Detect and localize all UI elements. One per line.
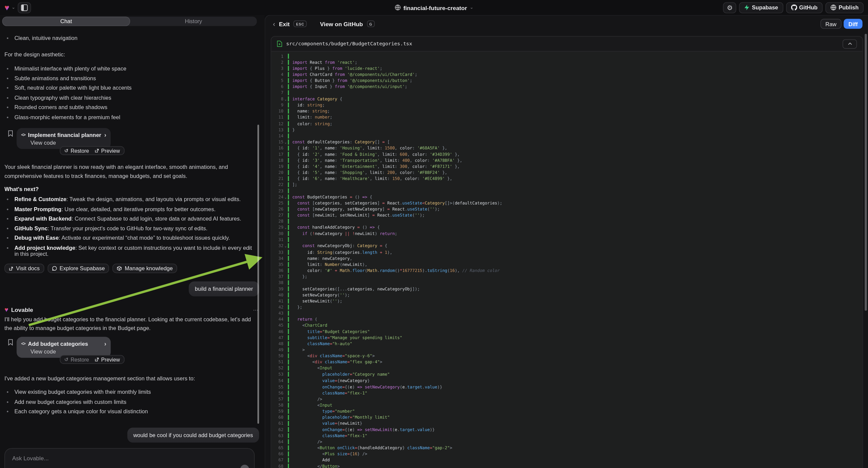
list-item: Clean, intuitive navigation xyxy=(4,35,252,41)
code-line: 63 className="flex-1" xyxy=(271,432,862,438)
code-line: 54 value={newCategory} xyxy=(271,377,862,383)
added-bullet-list: View existing budget categories with the… xyxy=(4,389,252,418)
code-line: 65 <Button onClick={handleAddCategory} c… xyxy=(271,445,862,451)
code-scrollbar[interactable] xyxy=(865,34,867,311)
code-line: 30 if (!newCategory || !newLimit) return… xyxy=(271,231,862,237)
code-editor[interactable]: 1 2import React from 'react';3import { P… xyxy=(271,51,862,468)
code-line: 42 }; xyxy=(271,304,862,310)
code-line: 56 className="flex-1" xyxy=(271,390,862,396)
code-line: 8⌄interface Category { xyxy=(271,96,862,102)
restore-preview-pill: ↺Restore Preview xyxy=(60,146,124,155)
preview-button[interactable]: Preview xyxy=(95,356,120,362)
view-code-link[interactable]: View code xyxy=(31,349,106,354)
explore-supabase-button[interactable]: Explore Supabase xyxy=(47,264,109,273)
file-header[interactable]: src/components/budget/BudgetCategories.t… xyxy=(271,37,862,51)
whats-next-heading: What's next? xyxy=(4,185,252,194)
chat-history-tabs: Chat History xyxy=(2,17,257,26)
prompt-composer[interactable]: Ask Lovable... Attach xyxy=(4,448,255,468)
list-item: Soft, neutral color palette with light b… xyxy=(4,85,252,91)
list-item: Subtle animations and transitions xyxy=(4,75,252,81)
supabase-button[interactable]: Supabase xyxy=(739,2,783,13)
code-line: 34 name: newCategory, xyxy=(271,255,862,261)
code-line: 19 { id: '4', name: 'Entertainment', lim… xyxy=(271,163,862,169)
prompt-input[interactable]: Ask Lovable... xyxy=(12,455,49,462)
code-line: 48 className="h-auto" xyxy=(271,341,862,347)
bookmark-icon[interactable] xyxy=(8,339,13,346)
list-item: Glass-morphic elements for a premium fee… xyxy=(4,114,252,120)
package-icon xyxy=(117,266,122,271)
chevron-down-icon: ⌄ xyxy=(470,5,473,10)
code-line: 59 type="number" xyxy=(271,408,862,414)
manage-knowledge-button[interactable]: Manage knowledge xyxy=(113,264,178,273)
code-line: 49 > xyxy=(271,347,862,353)
list-item: Rounded corners and subtle shadows xyxy=(4,104,252,110)
next-step-item: Refine & Customize: Tweak the design, an… xyxy=(4,196,252,202)
code-line: 6import { Input } from '@/components/ui/… xyxy=(271,84,862,90)
chat-scrollbar[interactable] xyxy=(257,124,259,424)
file-added-icon xyxy=(277,40,282,47)
code-line: 38 xyxy=(271,280,862,286)
code-line: 12 color: string; xyxy=(271,120,862,126)
code-line: 44 return ( xyxy=(271,316,862,322)
code-line: 25 const [categories, setCategories] = R… xyxy=(271,200,862,206)
send-button[interactable]: ↑ xyxy=(240,465,249,468)
restore-preview-pill: ↺Restore Preview xyxy=(60,355,124,364)
raw-toggle-button[interactable]: Raw xyxy=(820,19,841,29)
visit-docs-button[interactable]: Visit docs xyxy=(4,264,44,273)
code-line: 28 xyxy=(271,218,862,224)
code-line: 53 placeholder="Category name" xyxy=(271,371,862,377)
restore-icon: ↺ xyxy=(64,148,68,153)
code-line: 41 setNewLimit(''); xyxy=(271,298,862,304)
next-steps-list: Refine & Customize: Tweak the design, an… xyxy=(4,196,252,260)
chevron-right-icon: › xyxy=(104,131,106,138)
code-line: 40 setNewCategory(''); xyxy=(271,292,862,298)
publish-globe-icon xyxy=(830,4,836,10)
back-chevron-icon[interactable]: ‹ xyxy=(273,20,275,28)
view-on-github-button[interactable]: View on GitHub xyxy=(320,21,363,27)
design-bullet-list: Minimalist interface with plenty of whit… xyxy=(4,65,252,123)
code-line: 23 xyxy=(271,188,862,194)
version-card-title: Add budget categories xyxy=(28,341,88,347)
code-line: 43 xyxy=(271,310,862,316)
view-code-link[interactable]: View code xyxy=(31,140,106,146)
lovable-avatar-icon: ♥ xyxy=(4,306,8,313)
code-line: 20 { id: '5', name: 'Shopping', limit: 2… xyxy=(271,170,862,176)
preview-button[interactable]: Preview xyxy=(95,148,120,154)
list-item: Add new budget categories with custom li… xyxy=(4,399,252,405)
tab-history[interactable]: History xyxy=(130,17,257,26)
bookmark-icon[interactable] xyxy=(8,130,13,137)
file-path: src/components/budget/BudgetCategories.t… xyxy=(286,41,412,46)
code-line: 27 const [newLimit, setNewLimit] = React… xyxy=(271,212,862,218)
supabase-icon xyxy=(744,4,750,10)
publish-button[interactable]: Publish xyxy=(826,2,864,13)
diff-toggle-button[interactable]: Diff xyxy=(843,19,862,29)
version-card-implement-financial-planner[interactable]: <> Implement financial planner › View co… xyxy=(17,128,111,149)
quick-actions-row: Visit docs Explore Supabase Manage knowl… xyxy=(4,264,252,273)
file-diff-card: src/components/budget/BudgetCategories.t… xyxy=(271,36,863,468)
chat-scroll-area[interactable]: Clean, intuitive navigation For the desi… xyxy=(0,26,265,468)
code-view-panel: ‹ Exit ESC View on GitHub G Raw Diff src… xyxy=(265,15,868,468)
external-link-icon xyxy=(95,357,99,361)
code-line: 4import ChartCard from '@/components/ui/… xyxy=(271,71,862,78)
code-line: 13} xyxy=(271,126,862,133)
code-line: 10 name: string; xyxy=(271,108,862,114)
settings-button[interactable]: ⚙ xyxy=(723,2,737,13)
code-line: 24⌄const BudgetCategories = () => { xyxy=(271,194,862,200)
app-root: ♥ ⌄ financial-future-creator ⌄ ⚙ Supabas… xyxy=(0,0,868,468)
code-line: 22]; xyxy=(271,182,862,188)
code-line: 7 xyxy=(271,90,862,96)
restore-button[interactable]: ↺Restore xyxy=(64,356,89,362)
restore-button[interactable]: ↺Restore xyxy=(64,148,89,154)
code-line: 64 /> xyxy=(271,439,862,445)
version-card-add-budget-categories[interactable]: <> Add budget categories › View code xyxy=(17,337,111,358)
list-item: Clean typography with clear hierarchies xyxy=(4,94,252,100)
esc-shortcut-badge: ESC xyxy=(293,21,307,27)
added-paragraph: I've added a new budget categories manag… xyxy=(4,374,252,383)
user-message-bubble: build a financial planner xyxy=(189,281,259,296)
chevron-up-icon xyxy=(848,42,852,45)
exit-button[interactable]: Exit xyxy=(279,21,290,27)
github-button[interactable]: GitHub xyxy=(786,2,823,13)
tab-chat[interactable]: Chat xyxy=(2,17,130,26)
code-line: 66 <Plus size={16} /> xyxy=(271,451,862,457)
collapse-file-button[interactable] xyxy=(842,39,857,48)
